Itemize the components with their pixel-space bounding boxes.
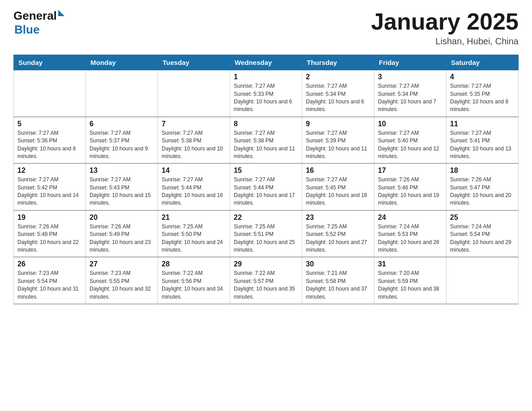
day-info: Sunrise: 7:24 AMSunset: 5:54 PMDaylight:… — [450, 223, 515, 254]
logo: General Blue — [13, 9, 64, 37]
weekday-header-sunday: Sunday — [14, 55, 86, 70]
day-info: Sunrise: 7:22 AMSunset: 5:56 PMDaylight:… — [162, 270, 226, 301]
day-number: 4 — [450, 73, 515, 81]
calendar-cell: 1Sunrise: 7:27 AMSunset: 5:33 PMDaylight… — [230, 70, 302, 117]
calendar-cell: 25Sunrise: 7:24 AMSunset: 5:54 PMDayligh… — [446, 210, 519, 257]
page-header: General Blue January 2025 Lishan, Hubei,… — [13, 9, 519, 47]
day-info: Sunrise: 7:20 AMSunset: 5:59 PMDaylight:… — [378, 270, 442, 301]
weekday-header-tuesday: Tuesday — [158, 55, 230, 70]
day-info: Sunrise: 7:27 AMSunset: 5:35 PMDaylight:… — [450, 82, 515, 114]
day-number: 18 — [450, 167, 515, 175]
calendar-cell: 19Sunrise: 7:26 AMSunset: 5:48 PMDayligh… — [14, 210, 86, 257]
day-info: Sunrise: 7:25 AMSunset: 5:50 PMDaylight:… — [162, 223, 226, 254]
calendar-cell: 26Sunrise: 7:23 AMSunset: 5:54 PMDayligh… — [14, 257, 86, 304]
day-number: 16 — [306, 167, 370, 175]
calendar-cell — [86, 70, 158, 117]
calendar-cell: 5Sunrise: 7:27 AMSunset: 5:36 PMDaylight… — [14, 117, 86, 164]
day-info: Sunrise: 7:27 AMSunset: 5:42 PMDaylight:… — [17, 176, 82, 207]
calendar-header: SundayMondayTuesdayWednesdayThursdayFrid… — [14, 55, 519, 70]
day-number: 6 — [90, 120, 154, 128]
calendar-cell: 6Sunrise: 7:27 AMSunset: 5:37 PMDaylight… — [86, 117, 158, 164]
day-info: Sunrise: 7:27 AMSunset: 5:33 PMDaylight:… — [234, 82, 298, 114]
calendar-cell: 16Sunrise: 7:27 AMSunset: 5:45 PMDayligh… — [302, 163, 374, 210]
calendar-body: 1Sunrise: 7:27 AMSunset: 5:33 PMDaylight… — [14, 70, 519, 304]
day-info: Sunrise: 7:27 AMSunset: 5:39 PMDaylight:… — [306, 129, 370, 161]
day-info: Sunrise: 7:26 AMSunset: 5:48 PMDaylight:… — [17, 223, 82, 254]
day-number: 29 — [234, 260, 298, 268]
calendar-title: January 2025 — [371, 9, 519, 34]
weekday-header-saturday: Saturday — [446, 55, 519, 70]
day-number: 26 — [17, 260, 82, 268]
day-info: Sunrise: 7:23 AMSunset: 5:54 PMDaylight:… — [17, 270, 82, 301]
calendar-cell: 11Sunrise: 7:27 AMSunset: 5:41 PMDayligh… — [446, 117, 519, 164]
day-number: 15 — [234, 167, 298, 175]
day-info: Sunrise: 7:27 AMSunset: 5:34 PMDaylight:… — [306, 82, 370, 114]
calendar-cell: 31Sunrise: 7:20 AMSunset: 5:59 PMDayligh… — [374, 257, 446, 304]
calendar-cell: 9Sunrise: 7:27 AMSunset: 5:39 PMDaylight… — [302, 117, 374, 164]
calendar-cell: 22Sunrise: 7:25 AMSunset: 5:51 PMDayligh… — [230, 210, 302, 257]
logo-blue-text: Blue — [14, 23, 39, 37]
day-number: 21 — [162, 214, 226, 222]
day-info: Sunrise: 7:21 AMSunset: 5:58 PMDaylight:… — [306, 270, 370, 301]
day-number: 28 — [162, 260, 226, 268]
calendar-week-3: 12Sunrise: 7:27 AMSunset: 5:42 PMDayligh… — [14, 163, 519, 210]
weekday-header-wednesday: Wednesday — [230, 55, 302, 70]
day-number: 7 — [162, 120, 226, 128]
day-info: Sunrise: 7:27 AMSunset: 5:41 PMDaylight:… — [450, 129, 515, 161]
calendar-cell: 29Sunrise: 7:22 AMSunset: 5:57 PMDayligh… — [230, 257, 302, 304]
day-number: 8 — [234, 120, 298, 128]
calendar-cell: 8Sunrise: 7:27 AMSunset: 5:38 PMDaylight… — [230, 117, 302, 164]
calendar-cell: 4Sunrise: 7:27 AMSunset: 5:35 PMDaylight… — [446, 70, 519, 117]
day-number: 1 — [234, 73, 298, 81]
calendar-cell: 30Sunrise: 7:21 AMSunset: 5:58 PMDayligh… — [302, 257, 374, 304]
calendar-week-5: 26Sunrise: 7:23 AMSunset: 5:54 PMDayligh… — [14, 257, 519, 304]
day-number: 10 — [378, 120, 442, 128]
day-number: 23 — [306, 214, 370, 222]
day-info: Sunrise: 7:26 AMSunset: 5:47 PMDaylight:… — [450, 176, 515, 207]
logo-arrow-icon — [58, 10, 64, 16]
calendar-cell: 15Sunrise: 7:27 AMSunset: 5:44 PMDayligh… — [230, 163, 302, 210]
day-info: Sunrise: 7:27 AMSunset: 5:44 PMDaylight:… — [162, 176, 226, 207]
day-number: 3 — [378, 73, 442, 81]
weekday-header-thursday: Thursday — [302, 55, 374, 70]
calendar-cell: 24Sunrise: 7:24 AMSunset: 5:53 PMDayligh… — [374, 210, 446, 257]
day-info: Sunrise: 7:26 AMSunset: 5:46 PMDaylight:… — [378, 176, 442, 207]
day-info: Sunrise: 7:25 AMSunset: 5:51 PMDaylight:… — [234, 223, 298, 254]
day-number: 13 — [90, 167, 154, 175]
day-info: Sunrise: 7:27 AMSunset: 5:43 PMDaylight:… — [90, 176, 154, 207]
day-info: Sunrise: 7:27 AMSunset: 5:45 PMDaylight:… — [306, 176, 370, 207]
day-info: Sunrise: 7:27 AMSunset: 5:37 PMDaylight:… — [90, 129, 154, 161]
weekday-header-friday: Friday — [374, 55, 446, 70]
calendar-cell — [446, 257, 519, 304]
calendar-cell: 10Sunrise: 7:27 AMSunset: 5:40 PMDayligh… — [374, 117, 446, 164]
day-number: 30 — [306, 260, 370, 268]
calendar-cell: 27Sunrise: 7:23 AMSunset: 5:55 PMDayligh… — [86, 257, 158, 304]
day-number: 19 — [17, 214, 82, 222]
day-info: Sunrise: 7:27 AMSunset: 5:44 PMDaylight:… — [234, 176, 298, 207]
calendar-week-1: 1Sunrise: 7:27 AMSunset: 5:33 PMDaylight… — [14, 70, 519, 117]
title-block: January 2025 Lishan, Hubei, China — [371, 9, 519, 47]
calendar-cell: 2Sunrise: 7:27 AMSunset: 5:34 PMDaylight… — [302, 70, 374, 117]
calendar-cell — [14, 70, 86, 117]
day-number: 5 — [17, 120, 82, 128]
logo-general-text: General — [13, 9, 57, 23]
day-number: 17 — [378, 167, 442, 175]
calendar-cell: 18Sunrise: 7:26 AMSunset: 5:47 PMDayligh… — [446, 163, 519, 210]
day-info: Sunrise: 7:25 AMSunset: 5:52 PMDaylight:… — [306, 223, 370, 254]
weekday-header-monday: Monday — [86, 55, 158, 70]
day-number: 2 — [306, 73, 370, 81]
day-number: 20 — [90, 214, 154, 222]
day-info: Sunrise: 7:27 AMSunset: 5:34 PMDaylight:… — [378, 82, 442, 114]
day-info: Sunrise: 7:27 AMSunset: 5:38 PMDaylight:… — [162, 129, 226, 161]
day-number: 22 — [234, 214, 298, 222]
day-info: Sunrise: 7:26 AMSunset: 5:49 PMDaylight:… — [90, 223, 154, 254]
calendar-cell: 14Sunrise: 7:27 AMSunset: 5:44 PMDayligh… — [158, 163, 230, 210]
calendar-cell: 7Sunrise: 7:27 AMSunset: 5:38 PMDaylight… — [158, 117, 230, 164]
calendar-cell: 13Sunrise: 7:27 AMSunset: 5:43 PMDayligh… — [86, 163, 158, 210]
calendar-cell: 21Sunrise: 7:25 AMSunset: 5:50 PMDayligh… — [158, 210, 230, 257]
calendar-cell: 28Sunrise: 7:22 AMSunset: 5:56 PMDayligh… — [158, 257, 230, 304]
calendar-table: SundayMondayTuesdayWednesdayThursdayFrid… — [13, 55, 519, 304]
day-number: 31 — [378, 260, 442, 268]
calendar-cell: 20Sunrise: 7:26 AMSunset: 5:49 PMDayligh… — [86, 210, 158, 257]
day-number: 25 — [450, 214, 515, 222]
